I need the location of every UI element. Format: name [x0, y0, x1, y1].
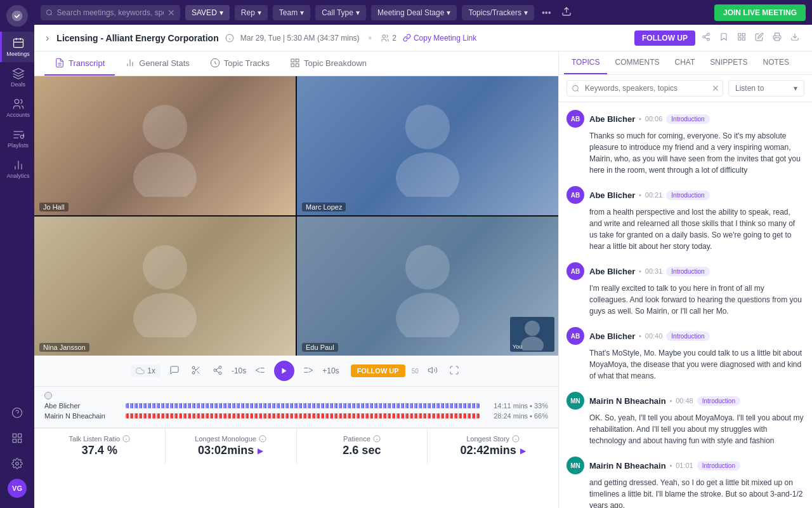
forward-btn[interactable] [301, 363, 316, 380]
upload-btn[interactable] [559, 4, 574, 21]
stat-talk-listen: Talk Listen Ratio 37.4 % [34, 429, 166, 464]
entry-text-5: and getting dressed. Yeah, so I do get a… [566, 477, 804, 508]
back-btn[interactable]: › [44, 31, 50, 45]
rep-filter-btn[interactable]: Rep ▾ [235, 5, 268, 20]
rewind-btn[interactable] [252, 363, 268, 380]
entry-text-1: from a health perspective and lost the a… [566, 206, 804, 252]
video-cell-jo: Jo Hall [34, 76, 296, 215]
search-input[interactable] [57, 8, 164, 17]
video-cell-marc: Marc Lopez [297, 76, 558, 215]
rewind-label: -10s [232, 366, 246, 375]
edit-icon-btn[interactable] [752, 30, 766, 46]
svg-line-18 [705, 35, 707, 36]
sidebar-item-deals[interactable]: Deals [0, 62, 34, 93]
waveform-mairin[interactable] [126, 413, 480, 418]
play-btn[interactable] [274, 361, 294, 381]
svg-rect-1 [13, 39, 23, 47]
share-icon-btn[interactable] [699, 30, 713, 46]
stat-patience: Patience 2.6 sec [297, 429, 428, 464]
user-avatar[interactable]: VG [8, 479, 27, 498]
more-options-btn[interactable]: ••• [539, 5, 554, 20]
listen-to-dropdown[interactable]: Listen to ▾ [728, 80, 804, 97]
svg-rect-29 [296, 59, 299, 62]
svg-point-13 [383, 34, 386, 37]
tab-transcript[interactable]: Transcript [44, 51, 115, 76]
right-search-input[interactable] [566, 80, 723, 97]
copy-meeting-link-btn[interactable]: Copy Meeting Link [403, 34, 476, 43]
share-ctrl-btn[interactable] [210, 363, 225, 380]
help-icon-btn[interactable] [7, 403, 27, 423]
sidebar-item-analytics[interactable]: Analytics [0, 154, 34, 184]
stats-footer: Talk Listen Ratio 37.4 % Longest Monolog… [34, 428, 558, 464]
avatar-ab-2: AB [566, 262, 584, 280]
saved-button[interactable]: SAVED ▾ [185, 5, 230, 20]
participants-icon [381, 34, 390, 43]
entry-tag-0: Introduction [666, 114, 709, 124]
tab-topic-tracks[interactable]: Topic Tracks [200, 51, 280, 76]
video-cell-edu: You Edu Paul [297, 217, 558, 356]
svg-rect-31 [291, 64, 294, 67]
right-tab-comments[interactable]: COMMENTS [607, 51, 667, 74]
svg-line-17 [705, 37, 707, 39]
team-filter-btn[interactable]: Team ▾ [273, 5, 310, 20]
waveform-abe[interactable] [126, 403, 480, 408]
svg-line-51 [216, 368, 219, 370]
right-tab-snippets[interactable]: SNIPPETS [702, 51, 755, 74]
fullscreen-btn[interactable] [447, 363, 462, 380]
follow-up-header-btn[interactable]: FOLLOW UP [634, 30, 695, 46]
print-icon-btn[interactable] [770, 30, 784, 46]
entry-time-0: 00:06 [645, 115, 663, 123]
video-label-you: You [513, 344, 522, 350]
transcript-entry-2: AB Abe Blicher • 00:31 Introduction I'm … [566, 262, 804, 317]
svg-rect-5 [13, 434, 16, 437]
dashboard-icon-btn[interactable] [7, 428, 27, 448]
deal-stage-filter-btn[interactable]: Meeting Deal Stage ▾ [371, 5, 457, 20]
timeline-indicator[interactable] [44, 392, 52, 399]
story-play-btn[interactable]: ▶ [520, 446, 526, 455]
tab-topic-breakdown[interactable]: Topic Breakdown [280, 51, 377, 76]
topics-filter-btn[interactable]: Topics/Trackers ▾ [462, 5, 534, 20]
entry-tag-5: Introduction [697, 461, 740, 471]
video-label-edu: Edu Paul [302, 343, 338, 352]
info-icon-patience [373, 435, 381, 443]
video-label-jo: Jo Hall [39, 203, 69, 211]
video-label-marc: Marc Lopez [302, 203, 346, 211]
monologue-play-btn[interactable]: ▶ [258, 446, 263, 455]
search-clear-btn[interactable]: ✕ [167, 8, 175, 18]
svg-rect-20 [742, 34, 745, 36]
follow-up-ctrl-btn[interactable]: FOLLOW UP [351, 364, 405, 377]
transcript-scroll: AB Abe Blicher • 00:06 Introduction Than… [559, 102, 812, 508]
speaker-name-4: Mairin N Bheachain [589, 396, 666, 406]
settings-icon-btn[interactable] [7, 453, 27, 474]
svg-rect-22 [738, 37, 741, 40]
entry-tag-2: Introduction [666, 267, 709, 276]
svg-point-38 [405, 245, 450, 290]
call-type-filter-btn[interactable]: Call Type ▾ [315, 5, 366, 20]
svg-point-36 [143, 245, 187, 290]
app-logo[interactable] [6, 5, 28, 27]
entry-text-2: I'm really excited to talk to you here i… [566, 283, 804, 317]
svg-marker-54 [282, 368, 287, 374]
svg-point-40 [525, 321, 540, 336]
svg-point-39 [396, 293, 459, 337]
download-icon-btn[interactable] [788, 30, 802, 46]
sidebar-item-meetings[interactable]: Meetings [0, 32, 34, 62]
right-tab-notes[interactable]: NOTES [756, 51, 797, 74]
bookmark-icon-btn[interactable] [717, 30, 731, 46]
sidebar-item-playlists[interactable]: Playlists [0, 123, 34, 154]
sidebar-item-accounts[interactable]: Accounts [0, 93, 34, 123]
video-controls: 1x -10s [34, 356, 558, 387]
speaker-name-5: Mairin N Bheachain [589, 461, 666, 471]
transcript-entry-0: AB Abe Blicher • 00:06 Introduction Than… [566, 110, 804, 176]
grid-icon-btn[interactable] [735, 30, 749, 46]
right-tab-topics[interactable]: TOPICS [564, 51, 607, 74]
volume-btn[interactable] [425, 363, 440, 380]
right-tab-chat[interactable]: CHAT [667, 51, 702, 74]
right-search-clear-btn[interactable]: ✕ [712, 83, 719, 93]
entry-text-0: Thanks so much for coming, everyone. So … [566, 130, 804, 176]
join-live-meeting-btn[interactable]: JOIN LIVE MEETING [714, 4, 806, 21]
scissors-ctrl-btn[interactable] [188, 363, 204, 380]
tab-general-stats[interactable]: General Stats [115, 51, 200, 76]
comment-ctrl-btn[interactable] [167, 363, 182, 380]
avatar-ab-0: AB [566, 110, 584, 128]
